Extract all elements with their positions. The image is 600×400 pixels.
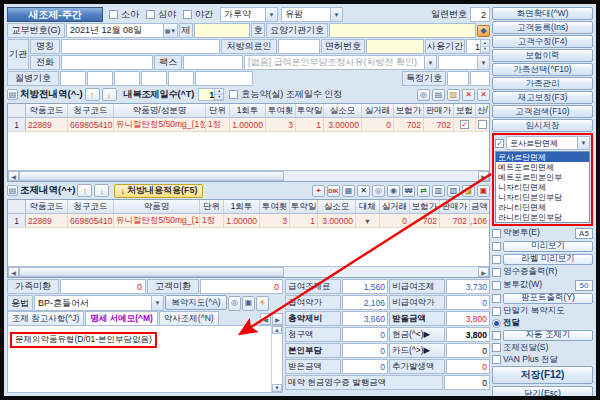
exempt-checkbox[interactable]: ✓ xyxy=(495,139,504,148)
org-name-field[interactable] xyxy=(61,39,220,54)
sidebar-button-customer-search[interactable]: 고객검색(F10) xyxy=(492,105,593,118)
auto-dispenser-checkbox[interactable] xyxy=(492,331,501,340)
disease-code-3[interactable] xyxy=(114,71,140,86)
tel-field[interactable] xyxy=(61,55,153,70)
won-icon[interactable]: ₩ xyxy=(402,185,415,197)
pharmport-button[interactable]: 팜포트출력(Y) xyxy=(503,293,593,304)
child-checkbox-box[interactable] xyxy=(109,10,118,19)
scroll-down-icon[interactable]: ▼ xyxy=(272,384,282,392)
cash-field[interactable]: 3,800 xyxy=(446,327,490,342)
scroll-up-icon[interactable]: ▲ xyxy=(272,326,282,334)
sidebar-button-register-customer[interactable]: 고객등록(Ins) xyxy=(492,21,593,34)
exempt-option[interactable]: 메트포르민면제 xyxy=(496,162,589,172)
eraser-icon[interactable]: ▨ xyxy=(447,89,460,101)
midnight-checkbox-box[interactable] xyxy=(146,10,155,19)
serial-field[interactable]: 2 xyxy=(470,7,490,22)
insurance-checkbox[interactable]: ✓ xyxy=(460,120,469,129)
copay-sub-select[interactable]: ▼ xyxy=(438,55,490,70)
search-drug-icon[interactable]: ◎ xyxy=(372,185,385,197)
checkbox-night[interactable]: 야간 xyxy=(183,7,213,22)
cash-receipt-value[interactable]: 0 xyxy=(444,375,490,390)
save-button[interactable]: 저장(F12) xyxy=(492,366,593,384)
chevron-down-icon[interactable]: ▼ xyxy=(577,137,589,149)
burst-icon[interactable]: ✳ xyxy=(256,296,269,311)
exempt-option[interactable]: 니자티딘면제 xyxy=(496,182,589,192)
special-code-1[interactable] xyxy=(447,71,469,86)
seal-icon[interactable]: ◆ xyxy=(477,25,490,37)
customer-unpaid-field[interactable]: 0 xyxy=(200,279,283,294)
tab-pharmacist[interactable]: 약사조제(^N) xyxy=(159,311,219,325)
exempt-option[interactable]: 라니티딘본인부담 xyxy=(496,212,589,222)
sidebar-button-edit-customer[interactable]: 고객수정(F4) xyxy=(492,35,593,48)
stock-icon[interactable]: ▥ xyxy=(432,185,445,197)
delivery-radio[interactable] xyxy=(492,319,501,328)
days-spinner[interactable]: ▲▼ xyxy=(214,89,223,100)
chevron-down-icon[interactable]: ▼ xyxy=(477,56,489,69)
scroll-thumb[interactable] xyxy=(19,267,284,277)
sidebar-button-family-select[interactable]: 가족선택(^F10) xyxy=(492,63,593,76)
bag-fee-field[interactable]: 50 xyxy=(575,280,593,291)
substitute-dropdown[interactable]: ▾ xyxy=(356,214,380,227)
scroll-thumb[interactable] xyxy=(19,171,284,181)
bag-fee-checkbox[interactable] xyxy=(492,281,501,290)
apply-rx-button[interactable]: ↓처방내용적용(F5) xyxy=(114,184,203,198)
delete-row-icon[interactable]: ✕ xyxy=(462,89,475,101)
pharmport-checkbox[interactable] xyxy=(492,294,501,303)
search-price-icon[interactable]: ◉ xyxy=(387,185,400,197)
sidebar-button-temp-save[interactable]: 임시저장 xyxy=(492,119,593,132)
bag-checkbox[interactable] xyxy=(492,229,501,238)
envelope-icon[interactable]: ◪ xyxy=(462,185,475,197)
dx-table-row[interactable]: 1 22889 669805410 유니잘탄정5/50mg_(1정) 1정 1.… xyxy=(8,214,489,228)
label-preview-button[interactable]: 라벨 미리보기 xyxy=(503,254,593,265)
auto-dispenser-button[interactable]: 자동 조제기 xyxy=(503,330,593,341)
barcode-icon[interactable]: ▧ xyxy=(447,185,460,197)
trash-icon[interactable]: ▣ xyxy=(477,185,490,197)
tab-statement-memo[interactable]: 명세 서메모(^M) xyxy=(85,311,158,325)
exempt-option[interactable]: 메트포르민본인부 xyxy=(496,172,589,182)
memo-vscrollbar[interactable]: ▲ ▼ xyxy=(271,326,282,392)
terminal-guide-checkbox[interactable] xyxy=(492,307,501,316)
cash-button[interactable]: 현금(^<)▶ xyxy=(389,327,445,342)
bag-size-field[interactable]: A5 xyxy=(575,228,593,239)
fax-field[interactable] xyxy=(183,55,243,70)
calc-checkbox[interactable] xyxy=(478,120,487,129)
checkbox-midnight[interactable]: 심야 xyxy=(146,7,176,22)
card-button[interactable]: 카드(^>)▶ xyxy=(389,343,445,358)
days-field[interactable]: 1▲▼ xyxy=(198,88,224,101)
chevron-down-icon[interactable]: ▼ xyxy=(265,8,277,21)
doctor-field[interactable] xyxy=(278,39,320,54)
medication-guide-button[interactable]: 복약지도(^A) xyxy=(165,295,227,310)
scroll-left-icon[interactable]: ◀ xyxy=(8,171,19,181)
rx-table-row[interactable]: 1 22889 669805410 유니잘탄정5/50mg_(1정) 1정 1.… xyxy=(8,118,489,132)
window-tab[interactable]: 새조제-주간 xyxy=(7,7,103,22)
card-field[interactable]: 0 xyxy=(446,343,490,358)
usage-select[interactable]: BP-흔들어서▼ xyxy=(34,295,164,311)
recognize-checkbox[interactable]: 효능약(실) 조제일수 인정 xyxy=(229,88,342,101)
sidebar-button-stock-adjust[interactable]: 재고보정(F3) xyxy=(492,91,593,104)
preview-button[interactable]: 미리보기 xyxy=(503,241,593,252)
family-unpaid-field[interactable]: 0 xyxy=(60,279,146,294)
disease-code-1[interactable] xyxy=(60,71,86,86)
je-field[interactable] xyxy=(194,23,250,38)
brand-select[interactable]: 유팜▼ xyxy=(281,7,343,22)
add-row-icon[interactable]: + xyxy=(312,185,325,197)
special-code-2[interactable] xyxy=(470,71,490,86)
period-field[interactable]: 1▲▼ xyxy=(466,39,490,54)
receipt-checkbox[interactable] xyxy=(492,268,501,277)
preview-checkbox[interactable] xyxy=(492,242,501,251)
exempt-option[interactable]: 니자티딘본인부담 xyxy=(496,192,589,202)
move-down-button[interactable]: ↓ xyxy=(94,184,109,197)
tab-reference[interactable]: 조제 참고사항(^J) xyxy=(7,311,84,325)
move-up-button[interactable]: ↑ xyxy=(77,184,92,197)
move-up-button[interactable]: ↑ xyxy=(85,88,100,101)
checkbox-child[interactable]: 소아 xyxy=(109,7,139,22)
exempt-option[interactable]: 로사르탄면제 xyxy=(496,152,589,162)
tab-prev-icon[interactable]: ◀ xyxy=(260,313,271,325)
copy-icon[interactable]: ▤ xyxy=(432,89,445,101)
disease-code-2[interactable] xyxy=(87,71,113,86)
dik-insert-icon[interactable]: DIK xyxy=(327,185,340,197)
move-down-button[interactable]: ↓ xyxy=(102,88,117,101)
delete-x-icon[interactable]: ✕ xyxy=(357,185,370,197)
care-org-field[interactable] xyxy=(329,23,476,38)
rx-table-hscrollbar[interactable]: ◀ ▶ xyxy=(8,170,489,181)
